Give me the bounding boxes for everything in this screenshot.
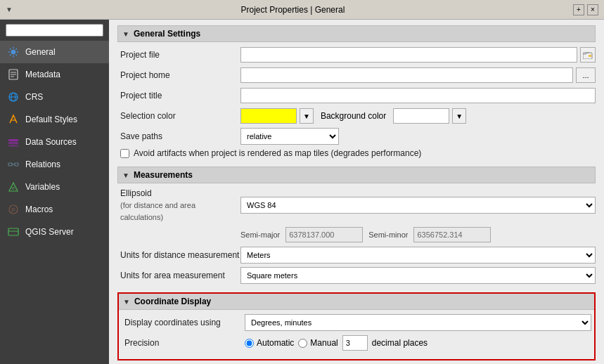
sidebar-item-data-sources[interactable]: Data Sources — [0, 131, 109, 153]
sidebar-label-qgis-server: QGIS Server — [25, 227, 74, 237]
precision-label: Precision — [122, 338, 245, 348]
semi-minor-input[interactable] — [413, 227, 491, 242]
precision-auto-radio[interactable] — [245, 339, 254, 348]
sidebar-item-qgis-server[interactable]: QGIS Server — [0, 221, 109, 243]
avoid-artifacts-checkbox[interactable] — [120, 149, 129, 158]
sidebar-item-default-styles[interactable]: Default Styles — [0, 108, 109, 131]
svg-rect-11 — [8, 145, 18, 147]
styles-icon — [7, 113, 20, 126]
precision-manual-radio[interactable] — [298, 339, 307, 348]
save-paths-select[interactable]: relative absolute — [240, 128, 339, 145]
semi-major-input[interactable] — [285, 227, 363, 242]
crs-icon — [7, 91, 20, 103]
semi-control: Semi-major Semi-minor — [240, 227, 596, 242]
selection-color-box[interactable] — [240, 108, 297, 124]
display-coords-label: Display coordinates using — [122, 318, 245, 327]
general-settings-title: General Settings — [134, 29, 200, 39]
area-control: Square meters — [240, 267, 596, 284]
background-color-dropdown[interactable]: ▼ — [452, 108, 466, 124]
display-coords-select[interactable]: Degrees, minutes — [245, 314, 591, 331]
sidebar-label-general: General — [25, 47, 56, 57]
project-file-row: Project file — [117, 46, 596, 63]
sidebar-label-metadata: Metadata — [25, 70, 60, 79]
qgis-server-icon — [7, 226, 20, 238]
svg-rect-13 — [15, 163, 18, 166]
project-file-label: Project file — [117, 50, 240, 60]
display-coords-row: Display coordinates using Degrees, minut… — [122, 314, 591, 331]
selection-color-dropdown[interactable]: ▼ — [300, 108, 314, 124]
area-row: Units for area measurement Square meters — [117, 267, 596, 284]
titlebar-controls: + × — [573, 4, 598, 15]
ellipsoid-control: WGS 84 — [240, 197, 596, 214]
color-control: ▼ Background color ▼ — [240, 108, 596, 124]
distance-label: Units for distance measurement — [117, 250, 240, 260]
measurements-arrow[interactable]: ▼ — [122, 171, 129, 179]
save-paths-label: Save paths — [117, 131, 240, 141]
ellipsoid-row: Ellipsoid(for distance and area calculat… — [117, 188, 596, 223]
svg-rect-19 — [8, 228, 18, 235]
titlebar-arrow: ▼ — [6, 6, 13, 13]
svg-rect-10 — [8, 142, 18, 144]
measurements-section: ▼ Measurements Ellipsoid(for distance an… — [117, 167, 596, 284]
area-label: Units for area measurement — [117, 271, 240, 280]
sidebar: General Metadata CRS — [0, 20, 109, 364]
close-button[interactable]: × — [587, 4, 598, 15]
relations-icon — [7, 158, 20, 171]
measurements-header: ▼ Measurements — [117, 167, 596, 183]
project-file-browse-button[interactable] — [580, 47, 596, 63]
background-color-label: Background color — [321, 111, 386, 121]
sidebar-label-data-sources: Data Sources — [25, 137, 77, 147]
svg-text:e: e — [12, 186, 15, 190]
svg-point-0 — [11, 50, 15, 54]
precision-manual-label: Manual — [310, 338, 338, 348]
sidebar-item-relations[interactable]: Relations — [0, 153, 109, 176]
distance-select[interactable]: Meters — [240, 247, 596, 264]
sidebar-item-general[interactable]: General — [0, 41, 109, 63]
minimize-button[interactable]: + — [573, 4, 584, 15]
coordinate-display-arrow[interactable]: ▼ — [123, 298, 130, 306]
svg-rect-12 — [8, 163, 12, 166]
sidebar-item-crs[interactable]: CRS — [0, 86, 109, 108]
datasources-icon — [7, 136, 20, 148]
semi-minor-label: Semi-minor — [368, 230, 408, 239]
area-select[interactable]: Square meters — [240, 267, 596, 284]
color-row: Selection color ▼ Background color ▼ — [117, 108, 596, 124]
precision-value-input[interactable] — [342, 335, 368, 351]
ellipsoid-label: Ellipsoid(for distance and area calculat… — [117, 188, 240, 223]
project-home-label: Project home — [117, 70, 240, 80]
sidebar-label-crs: CRS — [25, 92, 43, 102]
coordinate-display-title: Coordinate Display — [134, 297, 211, 306]
background-color-box[interactable] — [393, 108, 449, 124]
project-title-control — [240, 88, 596, 103]
save-paths-control: relative absolute — [240, 128, 596, 145]
semi-major-label: Semi-major — [240, 230, 280, 239]
coordinate-display-content: Display coordinates using Degrees, minut… — [119, 310, 594, 359]
sidebar-item-variables[interactable]: e Variables — [0, 176, 109, 198]
precision-manual-group: Manual — [298, 338, 338, 348]
selection-color-label: Selection color — [117, 111, 240, 121]
general-settings-header: ▼ General Settings — [117, 25, 596, 42]
project-home-row: Project home ... — [117, 67, 596, 84]
avoid-artifacts-row: Avoid artifacts when project is rendered… — [117, 148, 596, 158]
save-paths-row: Save paths relative absolute — [117, 128, 596, 145]
semi-row: Semi-major Semi-minor — [117, 226, 596, 243]
project-home-browse-button[interactable]: ... — [576, 67, 596, 83]
precision-row: Precision Automatic Manual decimal place… — [122, 334, 591, 351]
precision-auto-label: Automatic — [257, 338, 294, 348]
general-settings-arrow[interactable]: ▼ — [122, 30, 129, 38]
coordinate-display-section: ▼ Coordinate Display Display coordinates… — [117, 292, 596, 360]
distance-row: Units for distance measurement Meters — [117, 247, 596, 264]
project-home-input[interactable] — [240, 67, 573, 83]
coordinate-display-header: ▼ Coordinate Display — [119, 294, 594, 310]
search-box[interactable] — [6, 24, 103, 37]
project-title-input[interactable] — [240, 88, 596, 103]
sidebar-item-macros[interactable]: P Macros — [0, 198, 109, 221]
precision-control: Automatic Manual decimal places — [245, 335, 591, 351]
project-file-control — [240, 47, 596, 63]
search-input[interactable] — [9, 26, 100, 34]
sidebar-item-metadata[interactable]: Metadata — [0, 63, 109, 86]
project-file-input[interactable] — [240, 47, 577, 63]
titlebar: ▼ Project Properties | General + × — [0, 0, 604, 20]
ellipsoid-select[interactable]: WGS 84 — [240, 197, 596, 214]
titlebar-title: Project Properties | General — [13, 5, 573, 15]
